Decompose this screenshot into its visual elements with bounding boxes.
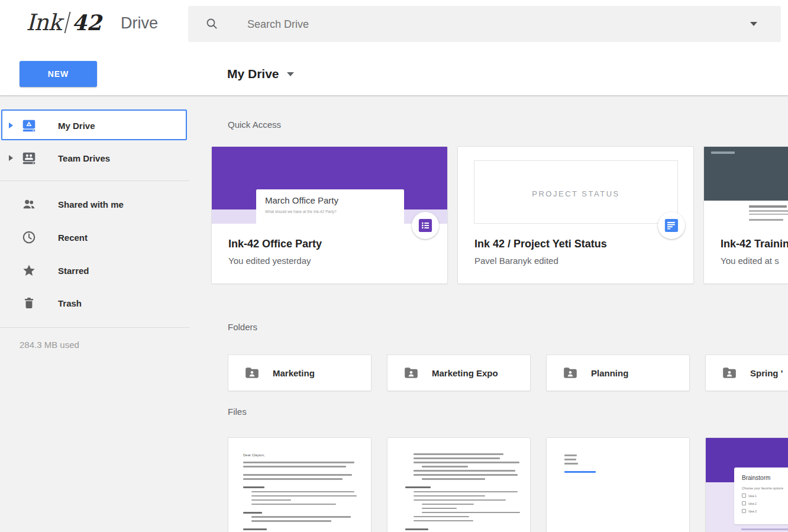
shared-folder-icon <box>403 365 419 381</box>
my-drive-icon <box>21 118 37 133</box>
drive-wordmark: Drive <box>121 14 158 33</box>
sidebar-item-label: Team Drives <box>58 153 110 163</box>
search-bar[interactable] <box>188 6 781 42</box>
files-heading: Files <box>228 407 247 417</box>
document-preview-text <box>564 454 680 476</box>
search-options-caret-icon[interactable] <box>750 22 757 26</box>
checkbox-icon <box>742 509 746 513</box>
shared-folder-icon <box>563 365 578 381</box>
logo-script-text: Ink <box>26 9 62 36</box>
slides-badge <box>658 212 685 239</box>
file-activity: You edited at s <box>721 256 779 266</box>
folders-heading: Folders <box>228 322 257 332</box>
sidebar-item-label: Shared with me <box>58 199 124 209</box>
form-thumbnail: March Office Party What should we have a… <box>212 147 447 224</box>
folder-card-marketing-expo[interactable]: Marketing Expo <box>387 354 531 391</box>
file-title: Ink-42 Training <box>721 238 788 250</box>
slides-icon <box>663 217 680 234</box>
clock-icon <box>21 230 37 245</box>
sidebar-item-trash[interactable]: Trash <box>0 290 189 316</box>
slide-text-line <box>711 151 735 154</box>
sidebar-item-label: Recent <box>58 233 88 243</box>
folder-name: Marketing <box>273 368 315 378</box>
form-preview-question: Choose your favorite options <box>742 486 788 490</box>
slide-preview: PROJECT STATUS <box>474 160 678 224</box>
app-header: Ink 42 Drive NEW My Drive <box>0 0 788 96</box>
form-option: Idea 1 <box>742 494 788 498</box>
folder-card-spring[interactable]: Spring ' <box>705 354 788 391</box>
shared-with-me-icon <box>21 196 37 212</box>
search-icon[interactable] <box>205 17 219 31</box>
storage-used-label: 284.3 MB used <box>20 340 79 350</box>
forms-badge <box>412 212 439 239</box>
folder-card-planning[interactable]: Planning <box>546 354 690 391</box>
expand-arrow-icon[interactable] <box>9 155 13 161</box>
slide-thumbnail <box>704 147 788 224</box>
quick-access-card-office-party[interactable]: March Office Party What should we have a… <box>211 146 448 284</box>
file-title: Ink-42 Office Party <box>228 238 322 250</box>
ink42-logo[interactable]: Ink 42 <box>26 5 102 40</box>
new-button[interactable]: NEW <box>20 61 97 87</box>
form-option: Idea 2 <box>742 501 788 505</box>
form-option-label: Idea 2 <box>748 502 757 505</box>
team-drives-icon <box>21 150 37 166</box>
sidebar-item-team-drives[interactable]: Team Drives <box>0 145 189 171</box>
form-preview-question: What should we have at the Ink-42 Party? <box>265 209 404 214</box>
slide-thumbnail: PROJECT STATUS <box>458 147 693 224</box>
form-preview-panel: Brainstorm Choose your favorite options … <box>734 467 788 524</box>
form-option: Idea 3 <box>742 509 788 513</box>
form-preview-title: Brainstorm <box>742 475 788 481</box>
file-card-document[interactable] <box>546 437 690 532</box>
preview-text-line <box>749 210 788 212</box>
form-footer-text-line <box>741 528 788 530</box>
shared-folder-icon <box>244 365 260 381</box>
file-title: Ink 42 / Project Yeti Status <box>474 238 607 250</box>
star-icon <box>21 263 37 278</box>
view-title-dropdown[interactable]: My Drive <box>227 62 294 86</box>
preview-text-line <box>749 214 788 215</box>
quick-access-card-training[interactable]: Ink-42 Training You edited at s <box>703 146 788 284</box>
file-card-document[interactable] <box>387 437 531 532</box>
sidebar-item-label: Trash <box>58 298 82 308</box>
logo-separator <box>64 12 70 33</box>
form-preview-title: March Office Party <box>265 195 404 205</box>
sidebar-item-shared-with-me[interactable]: Shared with me <box>0 191 189 217</box>
file-card-document[interactable]: Dear Clayton, <box>228 437 372 532</box>
document-preview-text <box>243 462 360 532</box>
forms-icon <box>417 217 434 234</box>
sidebar-item-starred[interactable]: Starred <box>0 257 189 283</box>
expand-arrow-icon[interactable] <box>9 122 13 128</box>
sidebar-item-recent[interactable]: Recent <box>0 224 189 250</box>
form-preview-panel: March Office Party What should we have a… <box>256 189 404 224</box>
quick-access-heading: Quick Access <box>228 120 281 130</box>
checkbox-icon <box>742 501 746 505</box>
folder-card-marketing[interactable]: Marketing <box>228 354 372 391</box>
chevron-down-icon <box>287 72 294 76</box>
trash-icon <box>21 295 37 311</box>
title-slide-preview <box>704 147 788 201</box>
logo-number-text: 42 <box>72 10 102 35</box>
folder-name: Marketing Expo <box>432 368 498 378</box>
preview-text-line <box>749 205 787 208</box>
file-activity: Pavel Baranyk edited <box>474 256 558 266</box>
file-card-form-brainstorm[interactable]: Brainstorm Choose your favorite options … <box>705 437 788 532</box>
document-preview-greeting: Dear Clayton, <box>243 453 265 457</box>
sidebar-divider <box>0 327 189 328</box>
quick-access-card-project-yeti[interactable]: PROJECT STATUS Ink 42 / Project Yeti Sta… <box>457 146 694 284</box>
folder-name: Planning <box>591 368 628 378</box>
document-preview-text <box>405 453 521 532</box>
slide-preview-title: PROJECT STATUS <box>474 189 677 198</box>
sidebar-item-label: Starred <box>58 266 89 276</box>
sidebar: My Drive Team Drives <box>0 96 189 532</box>
sidebar-item-label: My Drive <box>58 121 95 131</box>
search-input[interactable] <box>246 6 745 43</box>
form-option-label: Idea 3 <box>748 510 757 513</box>
file-activity: You edited yesterday <box>228 256 311 266</box>
form-option-label: Idea 1 <box>748 494 757 498</box>
sidebar-item-my-drive[interactable]: My Drive <box>0 112 189 138</box>
sidebar-divider <box>0 180 189 181</box>
preview-text-line <box>749 219 783 221</box>
shared-folder-icon <box>722 365 737 381</box>
folder-name: Spring ' <box>750 368 783 378</box>
checkbox-icon <box>742 494 746 498</box>
